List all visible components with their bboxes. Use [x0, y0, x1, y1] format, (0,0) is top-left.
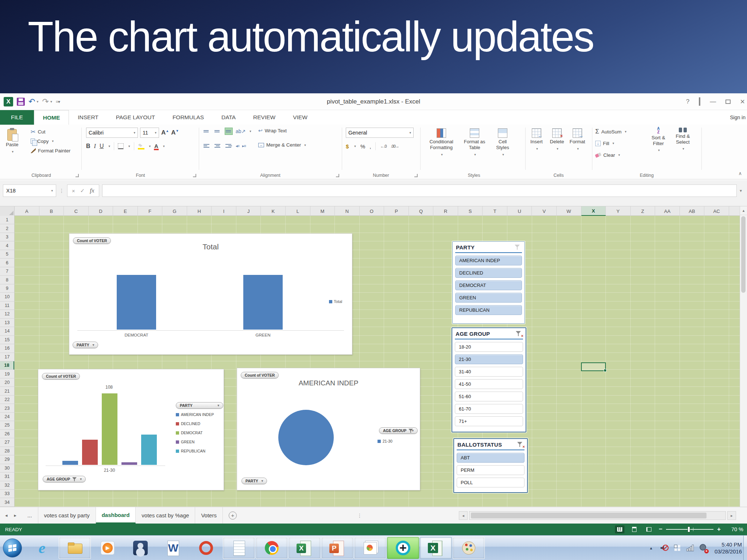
clipboard-dialog-launcher-icon[interactable] [76, 174, 79, 177]
paste-button[interactable]: Paste ▾ [4, 128, 20, 156]
undo-icon[interactable]: ↶ [28, 98, 35, 105]
column-header-W[interactable]: W [557, 206, 581, 216]
format-cells-button[interactable]: ↔ Format▾ [567, 127, 588, 179]
center-button[interactable] [214, 142, 222, 149]
font-dialog-launcher-icon[interactable] [193, 174, 196, 177]
ribbon-tab-insert[interactable]: INSERT [69, 110, 107, 125]
redo-dropdown-icon[interactable]: ▾ [50, 100, 52, 104]
taskbar-clock[interactable]: 5:40 PM 03/28/2016 [715, 541, 742, 555]
row-header-16[interactable]: 16 [0, 344, 14, 353]
scroll-left-icon[interactable]: ◂ [459, 511, 468, 520]
column-header-F[interactable]: F [138, 206, 163, 216]
sheet-tab-dashboard[interactable]: dashboard [96, 507, 136, 524]
page-layout-view-button[interactable] [630, 525, 639, 533]
copy-button[interactable]: Copy▾ [31, 136, 70, 146]
column-header-P[interactable]: P [384, 206, 409, 216]
row-header-30[interactable]: 30 [0, 464, 14, 472]
column-header-J[interactable]: J [236, 206, 261, 216]
show-desktop-button[interactable] [743, 536, 747, 560]
sheet-nav-next-icon[interactable]: ▸ [14, 513, 17, 518]
font-color-button[interactable]: A [154, 143, 158, 149]
increase-decimal-button[interactable]: ←.0 [380, 144, 386, 148]
slicer-item-declined[interactable]: DECLINED [455, 268, 522, 278]
slicer-item-republican[interactable]: REPUBLICAN [455, 305, 522, 315]
slicer-item-71[interactable]: 71+ [455, 416, 523, 426]
name-box[interactable]: X18▾ [3, 184, 56, 197]
zoom-out-button[interactable]: − [659, 526, 662, 533]
new-sheet-icon[interactable]: + [229, 512, 237, 520]
cell-styles-button[interactable]: Cell Styles▾ [490, 127, 515, 179]
column-header-M[interactable]: M [310, 206, 335, 216]
decrease-font-size-button[interactable]: A▼ [171, 129, 179, 136]
row-header-32[interactable]: 32 [0, 481, 14, 490]
help-icon[interactable]: ? [686, 98, 689, 105]
column-header-AC[interactable]: AC [704, 206, 729, 216]
merge-center-button[interactable]: ↔Merge & Center▾ [258, 142, 306, 148]
slicer-item-21-30[interactable]: 21-30 [455, 354, 523, 364]
row-header-17[interactable]: 17 [0, 353, 14, 361]
wrap-text-button[interactable]: ↩Wrap Text [258, 128, 287, 133]
row-header-27[interactable]: 27 [0, 438, 14, 447]
horizontal-scrollbar[interactable]: ◂ ▸ [459, 511, 736, 520]
ribbon-tab-view[interactable]: VIEW [284, 110, 316, 125]
align-right-button[interactable] [225, 142, 233, 149]
zoom-slider[interactable] [666, 529, 713, 530]
tab-splitter[interactable]: ⋮ [357, 513, 362, 518]
slicer-age-group[interactable]: AGE GROUP×18-2021-3031-4041-5051-6061-70… [452, 327, 526, 432]
paste-dropdown-icon[interactable]: ▾ [12, 149, 14, 155]
align-left-button[interactable] [203, 142, 211, 149]
column-header-Q[interactable]: Q [409, 206, 434, 216]
row-header-3[interactable]: 3 [0, 233, 14, 241]
decrease-decimal-button[interactable]: .00→ [391, 144, 399, 148]
taskbar-media-player[interactable] [92, 537, 124, 559]
italic-button[interactable]: I [94, 143, 96, 149]
taskbar-notepad[interactable] [223, 537, 255, 559]
row-header-24[interactable]: 24 [0, 413, 14, 421]
row-header-10[interactable]: 10 [0, 293, 14, 301]
sheet-tab-voters[interactable]: Voters [195, 507, 223, 524]
column-header-L[interactable]: L [286, 206, 310, 216]
taskbar-file-explorer[interactable] [59, 537, 91, 559]
minimize-icon[interactable]: — [710, 98, 716, 105]
decrease-indent-button[interactable]: ◂≡ [236, 144, 239, 148]
conditional-formatting-button[interactable]: Conditional Formatting▾ [424, 127, 459, 179]
formula-input[interactable] [102, 184, 737, 197]
page-break-preview-button[interactable] [644, 525, 654, 533]
column-header-X[interactable]: X [581, 206, 606, 216]
column-header-G[interactable]: G [162, 206, 187, 216]
number-format-select[interactable]: General▾ [346, 128, 414, 138]
taskbar-start-button[interactable] [3, 538, 22, 557]
cancel-icon[interactable]: × [72, 188, 75, 194]
row-header-21[interactable]: 21 [0, 387, 14, 395]
pivot-axis-button-age-group[interactable]: AGE GROUP▾ [43, 476, 86, 482]
worksheet-grid[interactable]: Count of VOTER Total DEMOCRATGREEN Total… [15, 216, 740, 507]
column-header-Z[interactable]: Z [631, 206, 655, 216]
column-header-AB[interactable]: AB [680, 206, 705, 216]
row-header-22[interactable]: 22 [0, 396, 14, 404]
slicer-item-18-20[interactable]: 18-20 [455, 342, 523, 352]
chart-count-by-party[interactable]: Count of VOTER 108 21-30 PARTY▾ AMERICAN… [38, 369, 224, 490]
signal-strength-icon[interactable] [687, 544, 694, 552]
zoom-in-button[interactable]: + [717, 526, 721, 533]
close-icon[interactable]: × [740, 97, 745, 106]
column-header-B[interactable]: B [39, 206, 64, 216]
pivot-axis-button-party[interactable]: PARTY▾ [241, 478, 267, 484]
cut-button[interactable]: ✂Cut [31, 127, 70, 136]
taskbar-paint[interactable] [453, 537, 485, 559]
sync-error-icon[interactable] [700, 544, 707, 552]
bold-button[interactable]: B [86, 143, 90, 149]
row-header-33[interactable]: 33 [0, 490, 14, 498]
pivot-filter-button-age-group[interactable]: AGE GROUP▾ [379, 427, 418, 434]
bottom-align-button[interactable] [225, 128, 233, 135]
vertical-scroll-thumb[interactable] [741, 216, 746, 293]
enter-icon[interactable]: ✓ [80, 187, 85, 194]
ribbon-tab-file[interactable]: FILE [0, 110, 34, 125]
clear-filter-icon[interactable] [515, 245, 521, 250]
column-header-U[interactable]: U [507, 206, 532, 216]
slicer-item-31-40[interactable]: 31-40 [455, 367, 523, 377]
sort-filter-button[interactable]: AZ Sort & Filter▾ [648, 127, 669, 153]
clear-filter-icon[interactable]: × [517, 442, 524, 447]
font-name-select[interactable]: Calibri▾ [86, 128, 138, 138]
insert-function-icon[interactable]: fx [90, 187, 94, 194]
ribbon-display-options-icon[interactable] [699, 98, 700, 105]
